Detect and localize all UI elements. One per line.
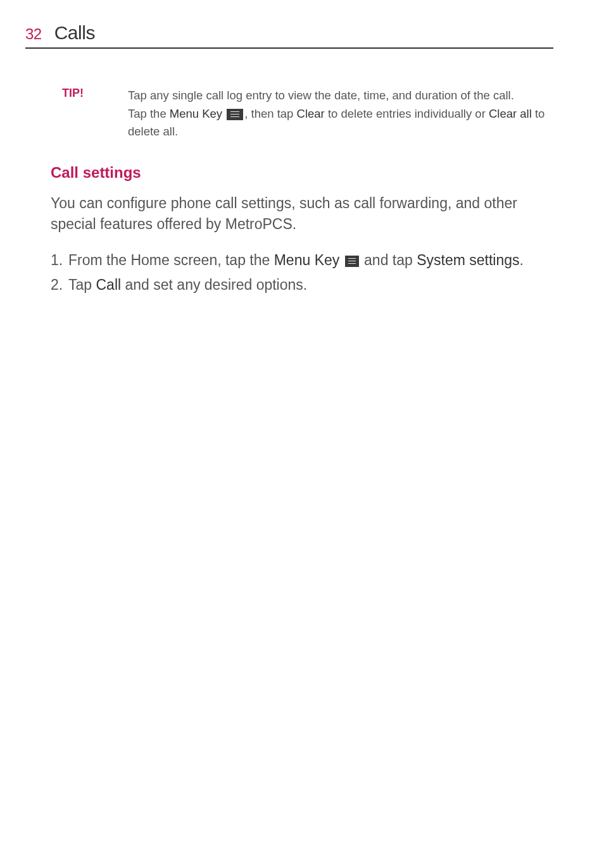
tip-block: TIP! Tap any single call log entry to vi…	[62, 87, 553, 141]
tip-label: TIP!	[62, 87, 103, 141]
step-1-c: .	[520, 252, 524, 268]
page-header: 32 Calls	[25, 22, 553, 49]
tip-clear-all-text: Clear all	[489, 107, 532, 120]
step-2-number: 2.	[51, 273, 68, 297]
section-intro: You can configure phone call settings, s…	[51, 193, 553, 235]
tip-line1: Tap any single call log entry to view th…	[128, 89, 514, 102]
tip-line2-b: , then tap	[244, 107, 296, 120]
tip-content: Tap any single call log entry to view th…	[128, 87, 553, 141]
menu-key-icon	[227, 109, 243, 120]
tip-line2-c: to delete entries individually or	[325, 107, 489, 120]
menu-key-icon	[345, 256, 359, 267]
step-2-b: and set any desired options.	[121, 276, 307, 293]
step-1-menu-key: Menu Key	[274, 252, 340, 268]
tip-clear-text: Clear	[297, 107, 325, 120]
step-1: 1.From the Home screen, tap the Menu Key…	[51, 248, 553, 273]
step-1-b: and tap	[360, 252, 417, 268]
step-1-a: From the Home screen, tap the	[68, 252, 274, 268]
step-1-number: 1.	[51, 248, 68, 273]
page-title: Calls	[54, 22, 95, 44]
page-number: 32	[25, 25, 42, 43]
tip-menu-key-text: Menu Key	[170, 107, 222, 120]
tip-line2-a: Tap the	[128, 107, 170, 120]
step-1-system-settings: System settings	[417, 252, 519, 268]
section-heading-call-settings: Call settings	[51, 164, 553, 182]
step-2: 2.Tap Call and set any desired options.	[51, 273, 553, 297]
step-2-a: Tap	[68, 276, 96, 293]
step-2-call: Call	[96, 276, 121, 293]
